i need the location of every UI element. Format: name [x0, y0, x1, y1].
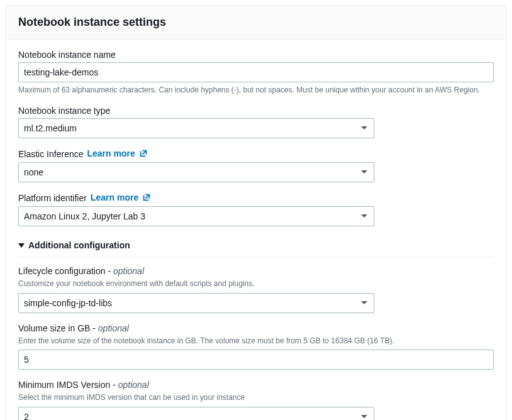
external-link-icon — [142, 193, 151, 204]
lifecycle-label-text: Lifecycle configuration - — [18, 266, 113, 276]
instance-type-value: ml.t2.medium — [24, 123, 77, 133]
field-volume-size: Volume size in GB - optional Enter the v… — [18, 323, 494, 370]
panel-header: Notebook instance settings — [6, 6, 506, 40]
lifecycle-value: simple-config-jp-td-libs — [24, 298, 112, 308]
imds-label: Minimum IMDS Version - optional — [18, 380, 494, 390]
learn-more-text: Learn more — [91, 192, 138, 202]
imds-select[interactable]: 2 — [18, 407, 374, 420]
platform-identifier-learn-more-link[interactable]: Learn more — [91, 192, 151, 204]
volume-size-input[interactable] — [18, 350, 494, 370]
instance-name-label: Notebook instance name — [18, 50, 494, 60]
caret-down-icon — [18, 240, 25, 250]
imds-value: 2 — [24, 412, 29, 420]
additional-configuration-expander[interactable]: Additional configuration — [18, 236, 494, 254]
platform-identifier-label: Platform identifier — [18, 193, 87, 203]
elastic-inference-select[interactable]: none — [18, 162, 374, 182]
platform-identifier-select[interactable]: Amazon Linux 2, Jupyter Lab 3 — [18, 206, 374, 226]
imds-label-text: Minimum IMDS Version - — [18, 380, 118, 390]
settings-panel: Notebook instance settings Notebook inst… — [5, 5, 507, 420]
lifecycle-label: Lifecycle configuration - optional — [18, 266, 494, 276]
elastic-inference-label: Elastic Inference — [18, 149, 84, 159]
instance-type-select[interactable]: ml.t2.medium — [18, 118, 374, 138]
panel-body: Notebook instance name Maximum of 63 alp… — [6, 40, 506, 420]
elastic-inference-learn-more-link[interactable]: Learn more — [87, 148, 148, 160]
instance-type-label: Notebook instance type — [18, 106, 494, 116]
divider — [18, 257, 494, 257]
field-imds-version: Minimum IMDS Version - optional Select t… — [18, 380, 494, 420]
panel-title: Notebook instance settings — [18, 16, 494, 29]
optional-text: optional — [113, 266, 144, 276]
field-platform-identifier: Platform identifier Learn more Amazon Li… — [18, 192, 494, 226]
learn-more-text: Learn more — [87, 148, 135, 158]
elastic-inference-value: none — [24, 167, 43, 177]
external-link-icon — [139, 149, 148, 160]
volume-label: Volume size in GB - optional — [18, 323, 494, 333]
volume-helper: Enter the volume size of the notebook in… — [18, 336, 494, 346]
field-lifecycle-configuration: Lifecycle configuration - optional Custo… — [18, 266, 494, 313]
field-elastic-inference: Elastic Inference Learn more none — [18, 148, 494, 182]
platform-identifier-value: Amazon Linux 2, Jupyter Lab 3 — [24, 211, 145, 221]
optional-text: optional — [98, 323, 129, 333]
additional-configuration-title: Additional configuration — [28, 240, 130, 250]
lifecycle-helper: Customize your notebook environment with… — [18, 279, 494, 289]
instance-name-helper: Maximum of 63 alphanumeric characters. C… — [18, 85, 494, 96]
optional-text: optional — [118, 380, 149, 390]
field-instance-name: Notebook instance name Maximum of 63 alp… — [18, 50, 494, 96]
lifecycle-select[interactable]: simple-config-jp-td-libs — [18, 293, 374, 313]
imds-helper: Select the minimum IMDS version that can… — [18, 392, 494, 403]
volume-label-text: Volume size in GB - — [18, 323, 98, 333]
field-instance-type: Notebook instance type ml.t2.medium — [18, 106, 494, 138]
instance-name-input[interactable] — [18, 62, 494, 82]
